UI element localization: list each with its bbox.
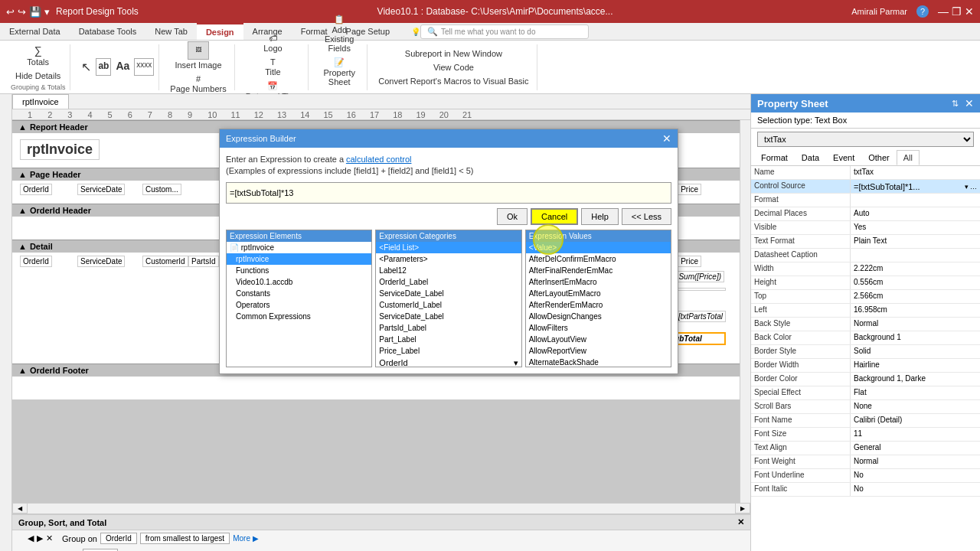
tab-database-tools[interactable]: Database Tools xyxy=(70,23,146,40)
undo-btn[interactable]: ↩ xyxy=(6,6,15,18)
ps-tab-data[interactable]: Data xyxy=(795,150,826,165)
label-btn[interactable]: Aa xyxy=(113,58,132,76)
expr-cat-fieldlist[interactable]: <Field List> xyxy=(376,242,521,253)
expr-cat-orderid-label[interactable]: OrderId_Label xyxy=(376,276,521,288)
vertical-scrollbar[interactable] xyxy=(740,120,750,503)
convert-macros-btn[interactable]: Convert Report's Macros to Visual Basic xyxy=(375,75,531,87)
ps-value-decimal[interactable]: Auto xyxy=(851,207,980,220)
expr-cat-params[interactable]: <Parameters> xyxy=(376,253,521,265)
ps-value-format[interactable] xyxy=(851,194,980,207)
expr-val-afterfinalrender[interactable]: AfterFinalRenderEmMac xyxy=(526,265,671,276)
group-sort-close-btn[interactable]: ✕ xyxy=(737,517,744,527)
insert-image-btn[interactable]: 🖼 Insert Image xyxy=(172,40,224,71)
group-nav-down[interactable]: ▶ xyxy=(37,533,43,543)
expr-val-afterinsert[interactable]: AfterInsertEmMacro xyxy=(526,276,671,288)
close-btn[interactable]: ✕ xyxy=(965,5,974,18)
help-btn[interactable]: ? xyxy=(916,5,929,18)
ps-value-text-format[interactable]: Plain Text xyxy=(851,235,980,248)
totals-btn[interactable]: ∑ Totals xyxy=(24,43,52,68)
expr-val-allowlayout[interactable]: AllowLayoutView xyxy=(526,334,671,345)
expr-val-afterrender[interactable]: AfterRenderEmMacro xyxy=(526,299,671,311)
group-more-btn[interactable]: More ▶ xyxy=(233,534,259,543)
ps-sort-icon[interactable]: ⇅ xyxy=(952,99,959,109)
expr-cat-part-label[interactable]: Part_Label xyxy=(376,334,521,345)
expression-input[interactable] xyxy=(226,182,671,204)
ps-tab-other[interactable]: Other xyxy=(861,150,897,165)
quick-access-dropdown[interactable]: ▾ xyxy=(44,6,50,18)
expr-val-allowdesign[interactable]: AllowDesignChanges xyxy=(526,311,671,322)
expr-cancel-btn[interactable]: Cancel xyxy=(531,208,578,225)
ps-value-scroll-bars[interactable]: None xyxy=(851,400,980,413)
save-btn[interactable]: 💾 xyxy=(29,6,41,18)
ps-value-font-weight[interactable]: Normal xyxy=(851,455,980,468)
expr-ok-btn[interactable]: Ok xyxy=(497,208,528,225)
expr-cat-servicedate-label[interactable]: ServiceDate_Label xyxy=(376,288,521,299)
expr-element-rptinvoice-expanded[interactable]: rptInvoice xyxy=(227,253,371,265)
ps-close-btn[interactable]: ✕ xyxy=(965,97,974,109)
expr-element-functions[interactable]: Functions xyxy=(227,265,371,276)
expr-cat-customerid-label[interactable]: CustomerId_Label xyxy=(376,299,521,311)
ps-value-font-italic[interactable]: No xyxy=(851,483,980,496)
ps-value-left[interactable]: 16.958cm xyxy=(851,304,980,317)
expr-element-video10[interactable]: Video10.1.accdb xyxy=(227,276,371,288)
group-remove-btn[interactable]: ✕ xyxy=(46,533,53,543)
ps-value-font-name[interactable]: Calibri (Detail) xyxy=(851,414,980,427)
group-nav-up[interactable]: ◀ xyxy=(28,533,34,543)
title-btn[interactable]: T Title xyxy=(262,56,283,78)
minimize-btn[interactable]: — xyxy=(938,5,949,18)
restore-btn[interactable]: ❐ xyxy=(952,5,962,18)
hide-details-btn[interactable]: Hide Details xyxy=(12,70,64,82)
view-code-btn[interactable]: View Code xyxy=(430,61,477,73)
select-btn[interactable]: ↖ xyxy=(78,58,94,76)
horizontal-scrollbar[interactable] xyxy=(28,503,735,514)
expr-cat-partsid-label[interactable]: PartsId_Label xyxy=(376,322,521,334)
ps-value-datasheet-caption[interactable] xyxy=(851,249,980,262)
expr-cat-label12[interactable]: Label12 xyxy=(376,265,521,276)
ps-value-font-underline[interactable]: No xyxy=(851,469,980,482)
tell-me-search[interactable]: 🔍 Tell me what you want to do xyxy=(420,24,589,39)
ps-control-source-builder-btn[interactable]: … xyxy=(970,183,977,191)
group-field-pill[interactable]: OrderId xyxy=(100,533,137,544)
group-order-pill[interactable]: from smallest to largest xyxy=(140,533,230,544)
ps-value-text-align[interactable]: General xyxy=(851,442,980,455)
expr-val-alternateback[interactable]: AlternateBackShade xyxy=(526,357,671,367)
expr-element-constants[interactable]: Constants xyxy=(227,288,371,299)
ps-control-source-dropdown-btn[interactable]: ▾ xyxy=(965,183,969,191)
scroll-left-btn[interactable]: ◀ xyxy=(12,503,28,514)
expr-cat-orderid[interactable]: OrderId ▾ xyxy=(376,357,521,367)
ps-value-height[interactable]: 0.556cm xyxy=(851,276,980,289)
ps-tab-event[interactable]: Event xyxy=(826,150,861,165)
expr-val-afterlayout[interactable]: AfterLayoutEmMacro xyxy=(526,288,671,299)
ps-value-width[interactable]: 2.222cm xyxy=(851,262,980,276)
logo-btn[interactable]: 🏷 Logo xyxy=(260,32,285,54)
ps-tab-format[interactable]: Format xyxy=(754,150,795,165)
ps-value-special-effect[interactable]: Flat xyxy=(851,386,980,399)
expr-help-btn[interactable]: Help xyxy=(581,208,619,225)
ps-value-back-color[interactable]: Background 1 xyxy=(851,331,980,344)
tab-external-data[interactable]: External Data xyxy=(0,23,70,40)
redo-btn[interactable]: ↪ xyxy=(18,6,26,18)
scroll-right-btn[interactable]: ▶ xyxy=(735,503,750,514)
ps-value-border-style[interactable]: Solid xyxy=(851,345,980,358)
expr-less-btn[interactable]: << Less xyxy=(622,208,671,225)
ps-value-border-width[interactable]: Hairline xyxy=(851,359,980,372)
subreport-window-btn[interactable]: Subreport in New Window xyxy=(402,47,505,60)
field-btn[interactable]: xxxx xyxy=(134,58,154,76)
expr-element-rptinvoice[interactable]: 📄 rptInvoice xyxy=(227,242,371,253)
add-existing-fields-btn[interactable]: 📋 Add Existing Fields xyxy=(316,13,362,54)
expr-val-allowreport[interactable]: AllowReportView xyxy=(526,345,671,357)
ps-value-top[interactable]: 2.566cm xyxy=(851,290,980,303)
expr-val-afterdelconfirm[interactable]: AfterDelConfirmEmMacro xyxy=(526,253,671,265)
expr-cat-servicedate-label2[interactable]: ServiceDate_Label xyxy=(376,311,521,322)
report-tab-rptinvoice[interactable]: rptInvoice xyxy=(12,94,69,109)
ps-value-font-size[interactable]: 11 xyxy=(851,428,980,441)
expr-builder-close-btn[interactable]: ✕ xyxy=(662,132,671,145)
tab-design[interactable]: Design xyxy=(197,23,243,40)
expr-val-allowfilters[interactable]: AllowFilters xyxy=(526,322,671,334)
ps-value-back-style[interactable]: Normal xyxy=(851,318,980,331)
text-box-btn[interactable]: ab xyxy=(96,58,111,76)
ps-value-visible[interactable]: Yes xyxy=(851,221,980,234)
property-sheet-btn[interactable]: 📝 Property Sheet xyxy=(316,56,362,88)
tab-new-tab[interactable]: New Tab xyxy=(145,23,197,40)
ps-value-border-color[interactable]: Background 1, Darke xyxy=(851,373,980,386)
